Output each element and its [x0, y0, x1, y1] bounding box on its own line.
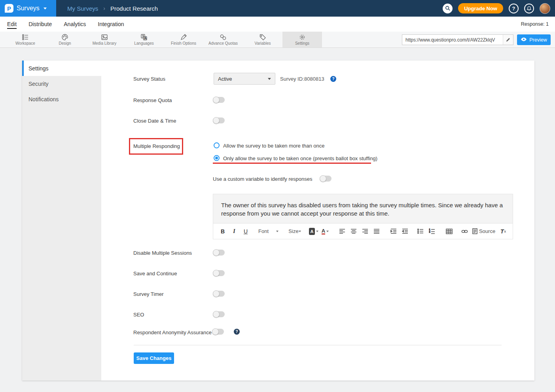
survey-url-input[interactable]: [402, 37, 503, 43]
justify-button[interactable]: [372, 226, 381, 237]
italic-button[interactable]: I: [229, 226, 239, 237]
ribbon-settings[interactable]: Settings: [282, 32, 322, 47]
survey-id-help-icon[interactable]: ?: [330, 76, 336, 82]
ribbon-workspace[interactable]: Workspace: [6, 32, 45, 47]
preview-button-label: Preview: [529, 37, 547, 43]
text-color-button[interactable]: A: [320, 226, 330, 237]
ribbon-settings-label: Settings: [295, 41, 309, 45]
questionpro-logo: P: [5, 4, 13, 13]
anonymity-toggle[interactable]: [212, 329, 224, 335]
ribbon-languages-label: Languages: [134, 41, 154, 45]
link-icon[interactable]: [460, 226, 469, 237]
ribbon-variables[interactable]: Variables: [243, 32, 282, 47]
chevron-down-icon: [299, 231, 301, 232]
font-dropdown[interactable]: Font: [256, 226, 280, 237]
ribbon-design[interactable]: Design: [45, 32, 85, 47]
radio-allow-multiple[interactable]: [214, 142, 220, 148]
sidebar-background: Security Notifications: [22, 76, 101, 381]
indent-button[interactable]: [389, 226, 398, 237]
gear-icon: [299, 34, 306, 41]
anonymity-label: Respondent Anonymity Assurance: [133, 330, 212, 335]
tab-analytics[interactable]: Analytics: [64, 17, 86, 32]
seo-toggle[interactable]: [213, 311, 225, 317]
background-color-button[interactable]: A: [309, 226, 318, 237]
settings-sidebar: Settings Security Notifications: [22, 61, 101, 381]
table-button[interactable]: [444, 226, 454, 237]
close-date-label: Close Date & Time: [133, 118, 176, 124]
sidebar-item-settings[interactable]: Settings: [22, 61, 101, 76]
chevron-down-icon: [326, 231, 329, 232]
sidebar-item-security[interactable]: Security: [22, 76, 101, 91]
text-color-icon: A: [322, 228, 325, 235]
ribbon-design-label: Design: [59, 41, 71, 45]
size-dropdown[interactable]: Size: [286, 226, 303, 237]
response-quota-label: Response Quota: [133, 97, 172, 103]
preview-button[interactable]: Preview: [517, 34, 551, 45]
image-icon: [101, 34, 108, 41]
align-left-button[interactable]: [337, 226, 347, 237]
settings-card: Settings Security Notifications Survey S…: [22, 61, 534, 381]
close-date-toggle[interactable]: [213, 117, 225, 123]
align-right-button[interactable]: [360, 226, 370, 237]
ribbon-languages[interactable]: A Languages: [124, 32, 164, 47]
tab-edit[interactable]: Edit: [7, 17, 17, 32]
search-icon[interactable]: [443, 4, 453, 13]
avatar[interactable]: [540, 3, 550, 14]
bell-icon[interactable]: [524, 4, 534, 13]
outdent-button[interactable]: [400, 226, 410, 237]
bold-button[interactable]: B: [218, 226, 227, 237]
help-icon[interactable]: ?: [509, 4, 519, 13]
background-color-icon: A: [309, 228, 315, 235]
breadcrumb-my-surveys[interactable]: My Surveys: [67, 5, 98, 12]
save-changes-button[interactable]: Save Changes: [134, 352, 174, 364]
radio-allow-once-label[interactable]: Only allow the survey to be taken once (…: [223, 155, 377, 161]
translate-icon: A: [140, 34, 148, 41]
toggle-knob: [213, 249, 220, 256]
toggle-knob: [213, 290, 220, 297]
seo-label: SEO: [133, 312, 144, 318]
topbar-actions: Upgrade Now ?: [443, 0, 550, 17]
underline-button[interactable]: U: [241, 226, 250, 237]
multiple-responding-label: Multiple Responding: [133, 143, 180, 149]
tab-distribute[interactable]: Distribute: [28, 17, 52, 32]
sidebar-item-notifications[interactable]: Notifications: [22, 91, 101, 107]
disabled-message-text[interactable]: The owner of this survey has disabled us…: [213, 194, 513, 223]
ribbon-media-library[interactable]: Media Library: [85, 32, 124, 47]
ribbon-right: Preview: [402, 34, 551, 45]
response-count[interactable]: Response: 1: [521, 21, 549, 27]
annotation-red-underline: [213, 163, 371, 164]
disable-sessions-toggle[interactable]: [213, 250, 225, 256]
eye-icon: [521, 37, 527, 43]
page-content: Settings Security Notifications Survey S…: [0, 48, 555, 392]
ribbon-variables-label: Variables: [255, 41, 271, 45]
numbered-list-button[interactable]: 12: [427, 226, 437, 237]
bulleted-list-button[interactable]: [416, 226, 425, 237]
survey-timer-toggle[interactable]: [213, 291, 225, 297]
radio-allow-multiple-label[interactable]: Allow the survey to be taken more than o…: [223, 143, 325, 149]
font-dropdown-label: Font: [258, 228, 269, 234]
links-icon: [220, 34, 227, 41]
edit-ribbon: Workspace Design Media Library A Languag…: [0, 32, 555, 48]
custom-variable-toggle[interactable]: [320, 176, 331, 182]
toggle-knob: [213, 270, 220, 276]
response-quota-toggle[interactable]: [213, 97, 225, 103]
ribbon-workspace-label: Workspace: [15, 41, 35, 45]
main-tab-bar: Edit Distribute Analytics Integration Re…: [0, 17, 555, 32]
survey-status-select[interactable]: Active: [214, 73, 275, 85]
upgrade-now-button[interactable]: Upgrade Now: [458, 3, 503, 13]
align-center-button[interactable]: [349, 226, 358, 237]
save-continue-toggle[interactable]: [213, 270, 225, 276]
product-switcher[interactable]: P Surveys: [0, 0, 56, 17]
edit-url-icon[interactable]: [503, 35, 513, 45]
ribbon-advance-quotas[interactable]: Advance Quotas: [203, 32, 243, 47]
remove-format-T: T: [500, 228, 504, 235]
remove-format-button[interactable]: T x: [498, 226, 508, 237]
toggle-knob: [213, 117, 220, 124]
radio-allow-once[interactable]: [214, 155, 220, 161]
source-button[interactable]: Source: [475, 226, 492, 237]
anonymity-help-icon[interactable]: ?: [234, 329, 240, 335]
tab-integration[interactable]: Integration: [98, 17, 124, 32]
pen-icon: [180, 34, 187, 41]
palette-icon: [61, 34, 68, 41]
ribbon-finish-options[interactable]: Finish Options: [164, 32, 203, 47]
